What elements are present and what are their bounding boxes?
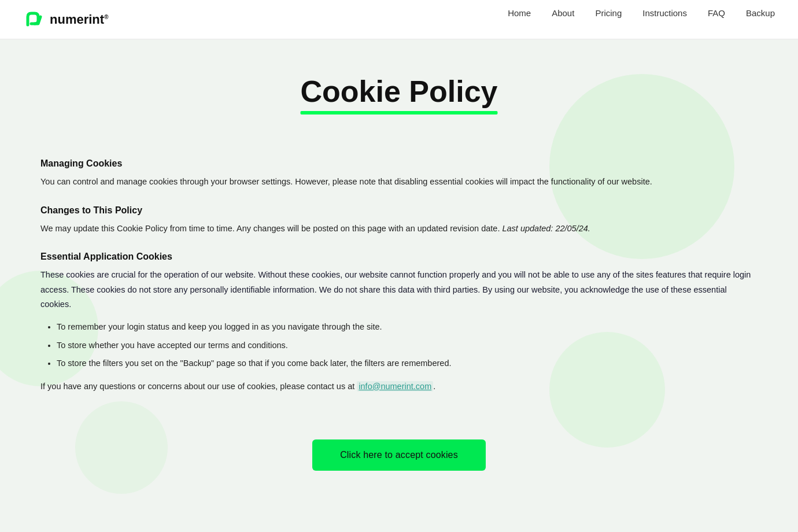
logo-text: numerint® — [50, 12, 109, 27]
main-content: Cookie Policy Managing Cookies You can c… — [17, 39, 781, 529]
section-heading-managing: Managing Cookies — [40, 158, 758, 169]
last-updated: Last updated: 22/05/24. — [502, 224, 590, 233]
section-body-managing: You can control and manage cookies throu… — [40, 175, 758, 189]
section-heading-changes: Changes to This Policy — [40, 205, 758, 216]
cookie-button-wrapper: Click here to accept cookies — [40, 439, 758, 471]
page-title: Cookie Policy — [301, 74, 498, 114]
list-item: To store whether you have accepted our t… — [57, 338, 758, 353]
list-item: To store the filters you set on the "Bac… — [57, 356, 758, 371]
logo-icon — [23, 9, 45, 31]
logo[interactable]: numerint® — [23, 9, 109, 31]
navbar: numerint® Home About Pricing Instruction… — [0, 0, 798, 39]
section-heading-essential: Essential Application Cookies — [40, 252, 758, 262]
accept-cookies-button[interactable]: Click here to accept cookies — [312, 439, 486, 471]
section-body-changes: We may update this Cookie Policy from ti… — [40, 221, 758, 236]
cookie-list: To remember your login status and keep y… — [57, 320, 758, 371]
contact-line: If you have any questions or concerns ab… — [40, 379, 758, 394]
nav-faq[interactable]: FAQ — [708, 8, 725, 18]
contact-email-link[interactable]: info@numerint.com — [357, 381, 433, 391]
nav-backup[interactable]: Backup — [746, 8, 775, 18]
nav-links: Home About Pricing Instructions FAQ Back… — [508, 6, 775, 24]
section-body-essential: These cookies are crucial for the operat… — [40, 268, 758, 312]
list-item: To remember your login status and keep y… — [57, 320, 758, 334]
nav-home[interactable]: Home — [508, 8, 531, 18]
nav-about[interactable]: About — [552, 8, 574, 18]
nav-pricing[interactable]: Pricing — [595, 8, 622, 18]
nav-instructions[interactable]: Instructions — [642, 8, 687, 18]
